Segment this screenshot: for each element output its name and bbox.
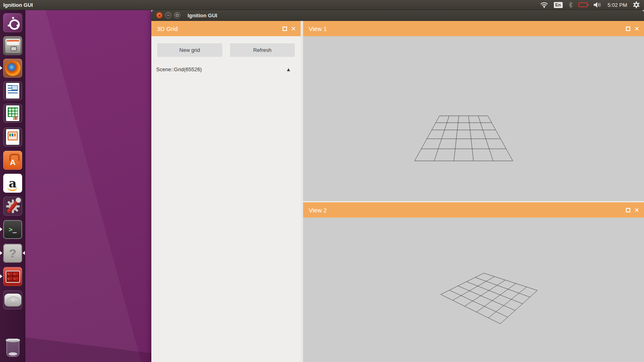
screen: Ignition GUI En bbox=[0, 0, 644, 362]
view1-header[interactable]: View 1 × bbox=[303, 21, 644, 36]
view2-title: View 2 bbox=[309, 207, 327, 214]
running-indicator-terminal bbox=[0, 227, 2, 231]
launcher-item-files[interactable] bbox=[3, 36, 22, 55]
trash-icon bbox=[6, 340, 19, 357]
grid-panel-title: 3D Grid bbox=[157, 25, 178, 32]
launcher-item-firefox[interactable] bbox=[3, 59, 22, 78]
unity-launcher: A a >_ ? ›_›_›_›_ bbox=[0, 10, 25, 362]
grid-panel-body: New grid Refresh Scene::Grid(65526) ▲ bbox=[151, 36, 301, 362]
launcher-item-libreoffice-impress[interactable] bbox=[3, 128, 22, 146]
running-indicator-terminator bbox=[0, 274, 2, 278]
running-indicator-ignition-gui bbox=[0, 251, 2, 255]
panel-close-icon[interactable]: × bbox=[634, 25, 639, 32]
view2-panel: View 2 × bbox=[303, 202, 644, 362]
system-tray: En 5:02 PM bbox=[540, 1, 640, 8]
unknown-app-icon: ? bbox=[9, 247, 16, 260]
terminal-prompt-icon: >_ bbox=[9, 226, 17, 233]
collapse-triangle-icon[interactable]: ▲ bbox=[286, 66, 291, 72]
launcher-item-libreoffice-writer[interactable] bbox=[3, 81, 22, 100]
keyboard-layout-indicator[interactable]: En bbox=[554, 2, 563, 8]
scene-grid-item[interactable]: Scene::Grid(65526) ▲ bbox=[151, 63, 301, 75]
view1-title: View 1 bbox=[309, 25, 327, 32]
new-grid-button[interactable]: New grid bbox=[157, 43, 222, 57]
ignition-gui-window: × − Ignition GUI 3D Grid × New grid Refr… bbox=[151, 10, 644, 362]
view2-header[interactable]: View 2 × bbox=[303, 202, 644, 218]
settings-gear-wrench-icon bbox=[5, 198, 21, 214]
writer-document-icon bbox=[6, 83, 19, 99]
session-gear-icon[interactable] bbox=[633, 1, 640, 8]
launcher-item-system-settings[interactable] bbox=[3, 197, 22, 216]
focused-indicator-ignition-gui bbox=[23, 251, 25, 255]
view1-panel: View 1 × bbox=[303, 21, 644, 201]
calc-spreadsheet-icon bbox=[6, 105, 19, 121]
view2-scene[interactable] bbox=[303, 218, 644, 362]
file-cabinet-icon bbox=[5, 39, 21, 53]
launcher-item-trash[interactable] bbox=[3, 339, 22, 358]
launcher-item-disks[interactable] bbox=[3, 290, 22, 309]
grid-panel-header[interactable]: 3D Grid × bbox=[151, 21, 301, 36]
launcher-item-ubuntu-software[interactable]: A bbox=[3, 151, 22, 170]
scene-grid-label: Scene::Grid(65526) bbox=[156, 66, 202, 72]
window-maximize-button[interactable] bbox=[174, 12, 180, 19]
top-panel: Ignition GUI En bbox=[0, 0, 644, 10]
bluetooth-icon[interactable] bbox=[568, 2, 573, 8]
launcher-item-terminator[interactable]: ›_›_›_›_ bbox=[3, 267, 22, 286]
maximize-square-icon bbox=[176, 14, 178, 16]
view1-scene[interactable] bbox=[303, 36, 644, 201]
grid-plugin-panel: 3D Grid × New grid Refresh Scene::Grid(6… bbox=[151, 21, 301, 362]
impress-presentation-icon bbox=[6, 129, 19, 145]
panel-float-icon[interactable] bbox=[626, 208, 630, 212]
amazon-icon: a bbox=[9, 178, 17, 189]
battery-icon[interactable] bbox=[578, 2, 588, 7]
clock[interactable]: 5:02 PM bbox=[608, 2, 627, 8]
launcher-item-terminal[interactable]: >_ bbox=[3, 220, 22, 239]
panel-float-icon[interactable] bbox=[626, 27, 630, 31]
ubuntu-logo-icon bbox=[8, 18, 18, 28]
software-bag-icon: A bbox=[6, 157, 20, 168]
desktop-wallpaper bbox=[25, 10, 151, 362]
launcher-item-libreoffice-calc[interactable] bbox=[3, 104, 22, 123]
terminator-quad-icon: ›_›_›_›_ bbox=[6, 271, 20, 283]
running-indicator-firefox bbox=[0, 66, 2, 70]
views-column: View 1 × View 2 × bbox=[303, 21, 644, 362]
window-close-button[interactable]: × bbox=[156, 12, 163, 19]
window-title: Ignition GUI bbox=[188, 12, 217, 19]
firefox-icon bbox=[5, 61, 21, 76]
hard-disk-icon bbox=[4, 294, 21, 306]
active-app-title: Ignition GUI bbox=[3, 2, 33, 8]
panel-close-icon[interactable]: × bbox=[634, 207, 639, 213]
launcher-item-amazon[interactable]: a bbox=[3, 174, 22, 193]
window-minimize-button[interactable]: − bbox=[165, 12, 171, 19]
launcher-item-ignition-gui[interactable]: ? bbox=[3, 244, 22, 263]
volume-icon[interactable] bbox=[593, 2, 602, 8]
panel-close-icon[interactable]: × bbox=[291, 25, 296, 32]
window-title-bar[interactable]: × − Ignition GUI bbox=[151, 10, 644, 21]
launcher-item-ubuntu-dash[interactable] bbox=[3, 13, 22, 32]
wallpaper-facet bbox=[25, 10, 151, 362]
wifi-icon[interactable] bbox=[540, 2, 548, 8]
panel-float-icon[interactable] bbox=[283, 27, 287, 31]
refresh-button[interactable]: Refresh bbox=[230, 43, 295, 57]
